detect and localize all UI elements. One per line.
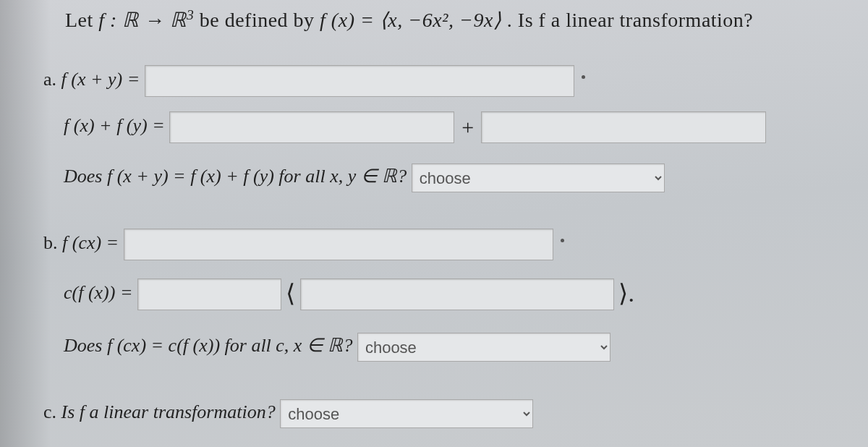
q-func: f : ℝ → ℝ3 (98, 9, 194, 31)
a-question: Does f (x + y) = f (x) + f (y) for all x… (64, 166, 407, 187)
b-choose-select[interactable]: choose (357, 333, 610, 362)
q-prefix: Let (65, 9, 98, 31)
b-rparen: ⟩. (618, 280, 634, 307)
a-fxy-input[interactable] (145, 65, 574, 97)
dot-mark (582, 75, 585, 79)
q-def: f (x) = ⟨x, −6x², −9x⟩ (320, 9, 501, 31)
a-choose-select[interactable]: choose (412, 163, 665, 192)
plus-sign: + (459, 106, 477, 149)
b-line2-lhs: c(f (x)) = (64, 282, 132, 303)
b-question: Does f (cx) = c(f (x)) for all c, x ∈ ℝ? (64, 335, 352, 356)
part-b-label: b. f (cx) = (43, 224, 119, 262)
b-lparen: ⟨ (286, 280, 295, 307)
part-c-label: c. Is f a linear transformation? (43, 393, 276, 431)
problem-page: Let f : ℝ → ℝ3 be defined by f (x) = ⟨x,… (0, 7, 868, 431)
b-line1-lhs: f (cx) = (62, 232, 119, 253)
b-cfx-scalar-input[interactable] (137, 278, 281, 310)
question-statement: Let f : ℝ → ℝ3 be defined by f (x) = ⟨x,… (65, 7, 854, 32)
c-choose-select[interactable]: choose (280, 399, 533, 428)
dot-mark-b (561, 239, 564, 242)
q-mid: be defined by (200, 9, 320, 31)
a-fy-input[interactable] (481, 111, 766, 143)
c-question: Is f a linear transformation? (61, 401, 276, 422)
part-a: a. f (x + y) = f (x) + f (y) = + Does f … (43, 61, 854, 195)
q-tail: . Is f a linear transformation? (507, 9, 753, 31)
part-a-label: a. f (x + y) = (43, 61, 140, 98)
part-b: b. f (cx) = c(f (x)) = ⟨ ⟩. Does f (cx) … (43, 224, 854, 365)
a-line2-lhs: f (x) + f (y) = (64, 115, 165, 136)
a-line1-lhs: f (x + y) = (61, 69, 140, 90)
a-fx-input[interactable] (169, 111, 454, 143)
b-fcx-input[interactable] (124, 229, 553, 260)
part-c: c. Is f a linear transformation? choose (43, 393, 854, 431)
b-cfx-vector-input[interactable] (300, 278, 614, 310)
